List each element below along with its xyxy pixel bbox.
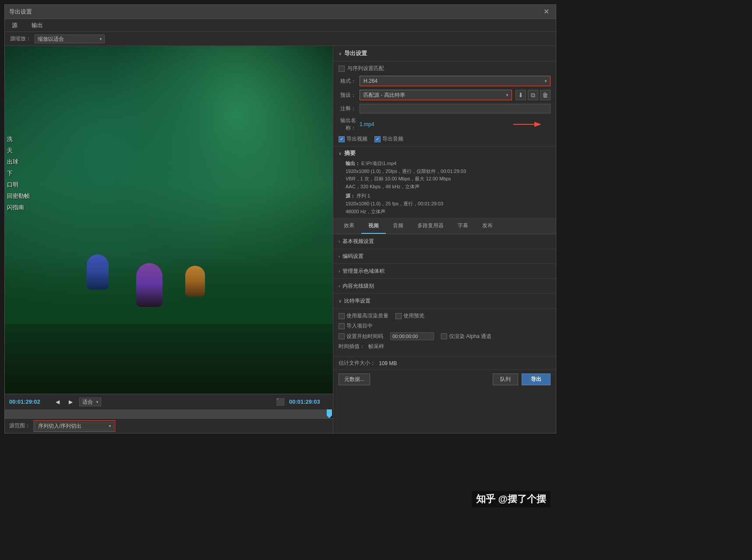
basic-video-settings-row[interactable]: › 基本视频设置 xyxy=(333,234,556,249)
delete-preset-button[interactable]: 🗑 xyxy=(540,90,551,100)
match-sequence-checkbox[interactable] xyxy=(339,66,345,72)
import-project-option[interactable]: 导入项目中 xyxy=(339,322,373,330)
set-timecode-option[interactable]: 设置开始时间码 xyxy=(339,333,383,340)
time-interp-row: 时间插值： 帧采样 xyxy=(339,343,551,350)
use-preview-option[interactable]: 使用预览 xyxy=(395,312,424,320)
source-range-bar: 源范围： 序列切入/序列切出 xyxy=(5,418,333,433)
summary-header: ∨ 摘要 xyxy=(339,149,551,157)
output-name-link[interactable]: 1.mp4 xyxy=(360,121,374,127)
set-timecode-checkbox[interactable] xyxy=(339,333,345,339)
summary-source-detail1: 1920x1080 (1.0)，25 fps，逐行，00:01:29:03 xyxy=(346,200,551,208)
tab-publish[interactable]: 发布 xyxy=(475,218,500,234)
timeline-bar[interactable] xyxy=(5,409,333,418)
summary-output-detail3: AAC，320 Kbps，48 kHz，立体声 xyxy=(346,183,551,191)
close-button[interactable]: ✕ xyxy=(541,7,551,17)
preset-select[interactable]: 匹配源 - 高比特率 xyxy=(360,90,512,100)
fit-select[interactable]: 适合 xyxy=(79,398,101,406)
bitrate-section: ∨ 比特率设置 xyxy=(333,294,556,309)
preset-row: 预设： 匹配源 - 高比特率 ⬇ ⧉ 🗑 xyxy=(339,90,551,100)
title-bar-left: 导出设置 xyxy=(9,8,32,16)
export-icon[interactable]: ⬛ xyxy=(276,398,285,406)
preset-select-wrapper: 匹配源 - 高比特率 xyxy=(360,90,512,100)
tab-video[interactable]: 视频 xyxy=(361,218,386,234)
copy-preset-button[interactable]: ⧉ xyxy=(528,90,538,100)
menu-bar: 源 输出 xyxy=(5,19,556,32)
video-placeholder: 洗 天 出球 下 口明 回密勒帧 闪指南 xyxy=(5,46,333,394)
export-button[interactable]: 导出 xyxy=(522,373,551,385)
output-name-row: 输出名称： 1.mp4 xyxy=(339,117,551,132)
format-select[interactable]: H.264 xyxy=(360,76,550,86)
alpha-only-option[interactable]: 仅渲染 Alpha 通道 xyxy=(441,333,491,340)
metadata-button[interactable]: 元数据... xyxy=(339,373,370,385)
red-arrow-annotation xyxy=(511,120,546,129)
grass-layer xyxy=(5,185,333,324)
content-light-row[interactable]: › 内容光线级别 xyxy=(333,279,556,294)
character-3 xyxy=(87,254,109,289)
format-row: 格式： H.264 xyxy=(339,76,551,86)
bitrate-title: 比特率设置 xyxy=(344,297,371,305)
alpha-only-checkbox[interactable] xyxy=(441,333,447,339)
color-management-row[interactable]: › 管理显示色域体积 xyxy=(333,264,556,279)
save-preset-button[interactable]: ⬇ xyxy=(515,90,526,100)
match-sequence-label: 与序列设置匹配 xyxy=(347,65,384,72)
source-range-select-wrapper: 序列切入/序列切出 xyxy=(34,420,115,432)
max-quality-checkbox[interactable] xyxy=(339,313,345,319)
source-scale-select[interactable]: 缩放以适合 xyxy=(35,35,105,43)
summary-source-detail2: 48000 Hz，立体声 xyxy=(346,208,551,216)
export-settings-title: 导出设置 xyxy=(344,49,367,57)
export-video-checkbox[interactable]: ✓ xyxy=(339,136,345,142)
overlay-text: 洗 天 出球 下 口明 回密勒帧 闪指南 xyxy=(7,134,30,213)
max-quality-option[interactable]: 使用最高渲染质量 xyxy=(339,312,388,320)
bitrate-header[interactable]: ∨ 比特率设置 xyxy=(333,294,556,308)
encoding-settings-row[interactable]: › 编码设置 xyxy=(333,249,556,264)
summary-content: 输出： E:\Pr项目\1.mp4 1920x1080 (1.0)，25fps，… xyxy=(339,160,551,215)
format-select-wrapper: H.264 xyxy=(360,76,551,86)
export-options-row: ✓ 导出视频 ✓ 导出音频 xyxy=(339,135,551,143)
queue-button[interactable]: 队列 xyxy=(493,373,518,385)
tab-multiplexer[interactable]: 多路复用器 xyxy=(410,218,451,234)
menu-source[interactable]: 源 xyxy=(9,20,20,31)
import-project-checkbox[interactable] xyxy=(339,323,345,329)
encoding-settings-title: 编码设置 xyxy=(342,253,364,260)
preset-actions: ⬇ ⧉ 🗑 xyxy=(515,90,551,100)
use-preview-checkbox[interactable] xyxy=(395,313,402,319)
right-panel: ∨ 导出设置 与序列设置匹配 格式： H.264 xyxy=(333,46,556,433)
color-management-expand-icon: › xyxy=(339,269,340,274)
output-name-label: 输出名称： xyxy=(339,117,356,132)
fit-select-wrapper: 适合 xyxy=(79,398,101,406)
character-1 xyxy=(136,263,162,307)
export-settings-header: ∨ 导出设置 xyxy=(333,46,556,61)
content-light-expand-icon: › xyxy=(339,284,340,289)
format-label: 格式： xyxy=(339,77,356,85)
left-panel: 洗 天 出球 下 口明 回密勒帧 闪指南 00:01:29:02 ◀ ▶ xyxy=(5,46,333,433)
option-row-1: 使用最高渲染质量 使用预览 xyxy=(339,312,551,320)
source-scale-label: 源缩放： xyxy=(10,35,31,42)
tab-captions[interactable]: 字幕 xyxy=(451,218,475,234)
export-video-label[interactable]: ✓ 导出视频 xyxy=(339,135,367,143)
source-scale-bar: 源缩放： 缩放以适合 xyxy=(5,32,556,46)
bitrate-collapse-icon: ∨ xyxy=(339,299,342,303)
file-size-label: 估计文件大小： xyxy=(339,359,375,367)
source-range-select[interactable]: 序列切入/序列切出 xyxy=(35,422,114,430)
character-2 xyxy=(185,266,205,296)
nav-back-button[interactable]: ◀ xyxy=(53,398,62,406)
tab-effects[interactable]: 效果 xyxy=(337,218,361,234)
comment-label: 注释： xyxy=(339,105,356,113)
collapse-button[interactable]: ∨ xyxy=(339,51,342,56)
summary-output-detail2: VBR，1 次，目标 10.00 Mbps，最大 12.00 Mbps xyxy=(346,175,551,183)
comment-input[interactable] xyxy=(360,104,551,113)
timecode-row: 设置开始时间码 仅渲染 Alpha 通道 xyxy=(339,332,551,340)
time-interp-value: 帧采样 xyxy=(368,343,384,350)
tab-audio[interactable]: 音频 xyxy=(386,218,410,234)
summary-source-label: 源： 序列 1 xyxy=(346,192,551,200)
timecode-input[interactable] xyxy=(390,332,434,340)
time-end: 00:01:29:03 xyxy=(289,398,328,405)
match-sequence-row: 与序列设置匹配 xyxy=(339,65,551,72)
export-audio-label[interactable]: ✓ 导出音频 xyxy=(374,135,403,143)
summary-collapse-button[interactable]: ∨ xyxy=(339,151,342,156)
export-audio-checkbox[interactable]: ✓ xyxy=(374,136,381,142)
time-interp-label: 时间插值： xyxy=(339,343,365,350)
nav-fwd-button[interactable]: ▶ xyxy=(66,398,75,406)
menu-output[interactable]: 输出 xyxy=(29,20,46,31)
zhihu-watermark: 知乎 @摆了个摆 xyxy=(472,491,551,507)
